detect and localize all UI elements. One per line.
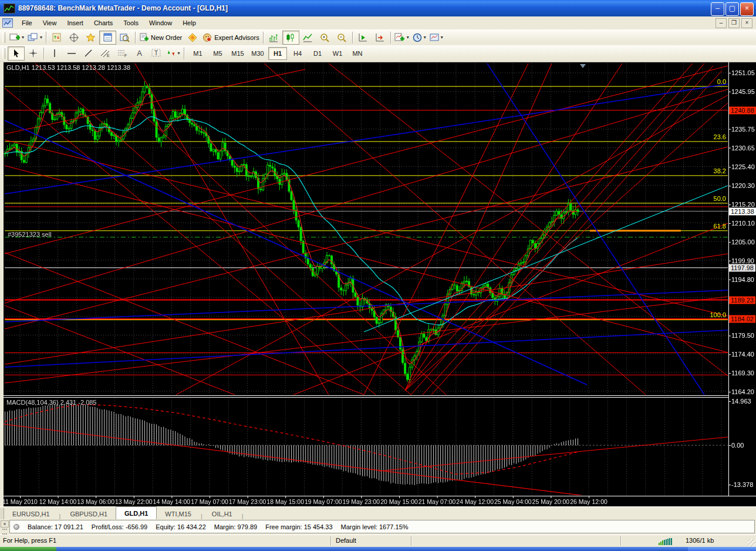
chart-shift-button[interactable]	[372, 31, 389, 45]
timeframe-m30[interactable]: M30	[248, 47, 267, 60]
minimize-button[interactable]: –	[711, 2, 724, 16]
macd-tick: 14.963	[731, 398, 751, 405]
profiles-button[interactable]: ▾	[26, 31, 44, 45]
tab-eurusd-h1[interactable]: EURUSD,H1	[4, 508, 58, 520]
account-field: Equity: 16 434.22	[156, 523, 206, 530]
trendline-button[interactable]	[80, 46, 97, 61]
time-tick: 19 May 07:00	[305, 498, 342, 505]
fib-level-label: 100.0	[710, 311, 726, 318]
chart-canvas[interactable]	[0, 62, 756, 506]
time-tick: 24 May 12:00	[456, 498, 494, 505]
account-field: Margin: 979.89	[214, 523, 257, 530]
tab-oil-h1[interactable]: OIL,H1	[204, 508, 241, 520]
fib-level-label: 61.8	[714, 223, 726, 230]
bar-chart-button[interactable]	[265, 31, 282, 45]
auto-scroll-button[interactable]	[355, 31, 372, 45]
time-tick: 18 May 15:00	[266, 498, 304, 505]
resize-grip[interactable]	[748, 539, 755, 546]
tab-wti-m15[interactable]: WTI,M15	[157, 508, 200, 520]
text-button[interactable]: A	[131, 46, 148, 61]
crosshair-button[interactable]	[25, 46, 42, 61]
horizontal-line-button[interactable]	[63, 46, 80, 61]
strategy-tester-button[interactable]	[116, 31, 133, 45]
fibonacci-button[interactable]: F	[114, 46, 131, 61]
tab-scroll-notch[interactable]	[0, 508, 4, 520]
connection-signal-icon[interactable]	[659, 538, 672, 545]
expert-advisors-label: Expert Advisors	[214, 34, 259, 41]
time-tick: 14 May 14:00	[153, 498, 191, 505]
chart-window-icon	[2, 18, 13, 28]
tab-gld-h1[interactable]: GLD,H1	[116, 506, 157, 520]
menu-view[interactable]: View	[38, 18, 62, 28]
line-chart-button[interactable]	[299, 31, 316, 45]
systray-edge	[688, 547, 756, 551]
navigator-button[interactable]	[82, 31, 99, 45]
cursor-button[interactable]	[8, 46, 25, 61]
line-studies-toolbar: E F A T ▾ M1M5M15M30H1H4D1W1MN	[0, 45, 756, 62]
taskbar-sliver	[0, 547, 756, 551]
time-tick: 25 May 04:00	[494, 498, 532, 505]
text-label-button[interactable]: T	[148, 46, 165, 61]
new-order-button[interactable]: New Order	[137, 31, 184, 45]
time-tick: 26 May 12:00	[570, 498, 608, 505]
arrows-button[interactable]: ▾	[165, 46, 182, 61]
zoom-out-button[interactable]	[333, 31, 350, 45]
data-window-button[interactable]	[65, 31, 82, 45]
svg-text:F: F	[124, 53, 127, 58]
mdi-minimize-icon[interactable]: –	[716, 18, 727, 28]
metaquotes-button[interactable]	[184, 31, 201, 45]
new-chart-button[interactable]: ▾	[8, 31, 26, 45]
terminal-button[interactable]	[99, 31, 116, 45]
price-tick: 1174.40	[731, 351, 754, 358]
maximize-button[interactable]: ▢	[725, 2, 739, 16]
menu-file[interactable]: File	[16, 18, 38, 28]
terminal-close-icon[interactable]: ×	[1, 520, 9, 528]
status-bullet-icon	[14, 524, 19, 530]
close-button[interactable]: ×	[740, 2, 754, 16]
mdi-close-icon[interactable]: ×	[741, 18, 752, 28]
timeframe-m1[interactable]: M1	[188, 47, 207, 60]
position-label[interactable]: #39521323 sell	[8, 231, 52, 238]
menu-window[interactable]: Window	[144, 18, 177, 28]
chart-area[interactable]: GLD,H1 1213.53 1213.58 1213.28 1213.38 #…	[0, 62, 756, 506]
mdi-restore-icon[interactable]: ❐	[728, 18, 740, 28]
timeframe-m5[interactable]: M5	[208, 47, 227, 60]
price-tick: 1205.00	[731, 238, 755, 246]
menu-tools[interactable]: Tools	[118, 18, 144, 28]
timeframe-d1[interactable]: D1	[308, 47, 327, 60]
indicators-button[interactable]: ▾	[393, 31, 411, 45]
menu-charts[interactable]: Charts	[89, 18, 118, 28]
menu-insert[interactable]: Insert	[62, 18, 89, 28]
timeframe-mn[interactable]: MN	[348, 47, 367, 60]
fib-level-label: 23.6	[714, 133, 726, 140]
time-tick: 11 May 2010	[2, 498, 38, 505]
templates-button[interactable]: ▾	[428, 31, 445, 45]
price-tick: 1235.75	[731, 126, 755, 133]
zoom-in-button[interactable]	[316, 31, 333, 45]
expert-advisors-button[interactable]: Expert Advisors	[201, 31, 261, 45]
market-watch-button[interactable]	[48, 31, 65, 45]
terminal-strip: × Balance: 17 091.21Profit/Loss: -656.99…	[0, 519, 756, 535]
timeframe-w1[interactable]: W1	[328, 47, 347, 60]
toolbar-grip[interactable]	[2, 32, 5, 43]
profile-name[interactable]: Default	[336, 537, 356, 544]
timeframe-h1[interactable]: H1	[268, 47, 287, 60]
marker-down-icon[interactable]	[580, 64, 586, 68]
svg-text:E: E	[107, 53, 110, 58]
toolbar-grip2[interactable]	[2, 48, 5, 59]
start-button-edge[interactable]	[0, 547, 56, 551]
price-highlight: 1240.88	[729, 106, 756, 114]
vertical-line-button[interactable]	[46, 46, 63, 61]
title-bar[interactable]: 889768648: BenchMark MetaTrader - Demo A…	[0, 0, 756, 16]
traffic-counter: 1306/1 kb	[686, 537, 714, 544]
terminal-grip[interactable]	[2, 529, 7, 535]
timeframe-m15[interactable]: M15	[228, 47, 247, 60]
timeframe-h4[interactable]: H4	[288, 47, 307, 60]
candlestick-chart-button[interactable]	[282, 31, 299, 45]
periods-button[interactable]: ▾	[411, 31, 428, 45]
ohlc-header: GLD,H1 1213.53 1213.58 1213.28 1213.38	[6, 64, 130, 71]
menu-help[interactable]: Help	[177, 18, 201, 28]
equidistant-channel-button[interactable]: E	[97, 46, 114, 61]
price-tick: 1210.10	[731, 220, 755, 227]
tab-gbpusd-h1[interactable]: GBPUSD,H1	[62, 508, 116, 520]
